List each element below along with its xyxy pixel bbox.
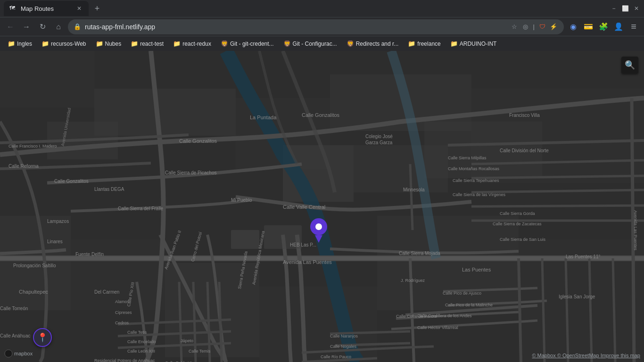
profile-icon[interactable]: 👤	[612, 20, 625, 33]
svg-line-22	[471, 206, 644, 206]
svg-text:Calle Valle Central: Calle Valle Central	[283, 204, 325, 210]
svg-text:Cedros: Cedros	[115, 321, 129, 325]
browser-menu-button[interactable]: ≡	[627, 21, 640, 32]
star-icon[interactable]: ☆	[510, 22, 519, 32]
svg-rect-24	[231, 230, 259, 249]
bookmark-nubes[interactable]: 📁 Nubes	[92, 38, 125, 49]
svg-text:Avenida Las Puentes: Avenida Las Puentes	[283, 259, 332, 265]
improve-map-link[interactable]: Improve this map	[601, 353, 640, 358]
folder-icon: 📁	[41, 40, 49, 47]
svg-text:Colegio José: Colegio José	[365, 134, 393, 139]
folder-icon: 📁	[131, 40, 138, 47]
mapbox-logo-text[interactable]: mapbox	[4, 349, 41, 358]
bookmark-label: ARDUINO-INT	[460, 41, 497, 47]
wallet-icon[interactable]: 💳	[582, 20, 595, 33]
svg-text:Calle Reforma: Calle Reforma	[8, 164, 39, 169]
svg-text:Calle Sierra del Fraile: Calle Sierra del Fraile	[118, 206, 164, 211]
home-button[interactable]: ⌂	[52, 20, 65, 33]
svg-text:Calle Tetis: Calle Tetis	[127, 330, 147, 335]
copyright-text: © Mapbox © OpenStreetMap	[532, 353, 600, 358]
svg-text:Calle Sierra Tepehuanes: Calle Sierra Tepehuanes	[453, 178, 499, 183]
new-tab-button[interactable]: +	[91, 2, 104, 15]
svg-text:Las Puentes: Las Puentes	[462, 267, 491, 272]
forward-button[interactable]: →	[20, 20, 33, 33]
svg-text:Calle Sierra de las Vírgenes: Calle Sierra de las Vírgenes	[453, 192, 506, 197]
svg-rect-1	[0, 51, 94, 107]
bookmark-label: Git - git-credent...	[230, 41, 274, 47]
tab-close-button[interactable]: ✕	[75, 5, 83, 12]
lock-icon: 🔒	[74, 23, 81, 30]
reload-button[interactable]: ↻	[36, 20, 49, 33]
svg-text:mapbox: mapbox	[14, 351, 33, 356]
svg-text:Calle Anáhuac: Calle Anáhuac	[0, 333, 31, 338]
svg-text:Calle Francisco I. Madero: Calle Francisco I. Madero	[8, 144, 57, 148]
bookmark-ingles[interactable]: 📁 Ingles	[4, 38, 36, 49]
folder-icon: 📁	[8, 40, 15, 47]
minimize-button[interactable]: −	[610, 5, 618, 12]
map-svg: Calle Gonzalitos La Puntada Calle Gonzal…	[0, 51, 644, 362]
svg-text:Calle Sierra de Zacatecas: Calle Sierra de Zacatecas	[493, 222, 542, 226]
bookmark-label: react-test	[140, 41, 164, 47]
svg-text:Francisco Villa: Francisco Villa	[509, 113, 540, 118]
address-bar-icons: ☆ ◎ | 🛡 ⚡	[510, 22, 558, 32]
map-container[interactable]: Calle Gonzalitos La Puntada Calle Gonzal…	[0, 51, 644, 362]
svg-text:Calle Nogales: Calle Nogales	[330, 344, 357, 349]
tab-favicon: 🗺	[9, 5, 17, 12]
svg-text:Calle Montañas Rocallosas: Calle Montañas Rocallosas	[448, 166, 500, 171]
pin-circle	[310, 218, 327, 235]
address-bar[interactable]: 🔒 rutas-app-fml.netlify.app ☆ ◎ | 🛡 ⚡	[68, 19, 564, 34]
bookmark-react-redux[interactable]: 📁 react-redux	[169, 38, 215, 49]
svg-text:Garza Garza: Garza Garza	[365, 140, 393, 145]
separator: |	[532, 23, 536, 30]
bookmark-arduino[interactable]: 📁 ARDUINO-INT	[446, 38, 501, 49]
svg-text:Fuente Delfín: Fuente Delfín	[75, 252, 104, 257]
bookmark-git-credent[interactable]: 🦁 Git - git-credent...	[217, 38, 278, 49]
bookmark-recursos-web[interactable]: 📁 recursos-Web	[38, 38, 90, 49]
mapbox-logo: mapbox	[4, 349, 41, 358]
tab-bar: 🗺 Map Routes ✕ + − ⬜ ✕	[0, 0, 644, 17]
bookmark-react-test[interactable]: 📁 react-test	[127, 38, 167, 49]
svg-text:Del Carmen: Del Carmen	[94, 289, 119, 295]
brave-rewards-icon[interactable]: ◉	[567, 20, 580, 33]
maximize-button[interactable]: ⬜	[621, 5, 629, 12]
svg-text:Las Puentes 11°: Las Puentes 11°	[566, 254, 601, 259]
extension-icon-1[interactable]: ⚡	[549, 22, 558, 32]
bookmark-label: freelance	[417, 41, 440, 47]
brave-icon: 🦁	[221, 40, 228, 47]
svg-text:La Puntada: La Puntada	[250, 115, 277, 120]
back-button[interactable]: ←	[4, 20, 17, 33]
svg-text:Linares: Linares	[47, 239, 63, 244]
address-text: rutas-app-fml.netlify.app	[85, 23, 506, 31]
location-icon[interactable]: ◎	[521, 22, 530, 32]
svg-text:Prolongación Saltillo: Prolongación Saltillo	[13, 263, 56, 268]
svg-text:Calle Gonzalitos: Calle Gonzalitos	[302, 112, 340, 118]
extension-puzzle-icon[interactable]: 🧩	[597, 20, 610, 33]
active-tab[interactable]: 🗺 Map Routes ✕	[4, 1, 89, 16]
bookmark-label: recursos-Web	[51, 41, 86, 47]
pin-tail	[315, 235, 322, 243]
map-pin[interactable]	[310, 218, 327, 243]
bookmark-freelance[interactable]: 📁 freelance	[404, 38, 444, 49]
svg-point-109	[5, 350, 12, 357]
svg-text:J. Rodríguez: J. Rodríguez	[401, 278, 425, 283]
close-button[interactable]: ✕	[633, 5, 640, 12]
svg-text:Lampazos: Lampazos	[47, 219, 69, 224]
svg-text:Calle Torreón: Calle Torreón	[0, 306, 28, 311]
bookmark-label: react-redux	[182, 41, 211, 47]
folder-icon: 📁	[450, 40, 458, 47]
location-pin-icon: 📍	[37, 332, 48, 343]
bookmark-git-config[interactable]: 🦁 Git - Configurac...	[280, 38, 341, 49]
map-search-button[interactable]: 🔍	[621, 57, 638, 74]
svg-text:Avenida Las Puentes: Avenida Las Puentes	[633, 210, 638, 250]
map-background: Calle Gonzalitos La Puntada Calle Gonzal…	[0, 51, 644, 362]
svg-text:Chapultepec: Chapultepec	[19, 289, 48, 295]
folder-icon: 📁	[408, 40, 415, 47]
bookmark-redirects[interactable]: 🦁 Redirects and r...	[343, 38, 403, 49]
bookmark-label: Nubes	[105, 41, 122, 47]
map-location-button[interactable]: 📍	[33, 328, 52, 347]
svg-text:Calle Pico de Ajusco: Calle Pico de Ajusco	[443, 291, 481, 296]
brave-shield-icon[interactable]: 🛡	[537, 22, 547, 32]
svg-text:Cipreses: Cipreses	[115, 310, 132, 315]
tab-title: Map Routes	[21, 5, 72, 12]
browser-chrome: 🗺 Map Routes ✕ + − ⬜ ✕ ← → ↻ ⌂ 🔒 rutas-a…	[0, 0, 644, 362]
